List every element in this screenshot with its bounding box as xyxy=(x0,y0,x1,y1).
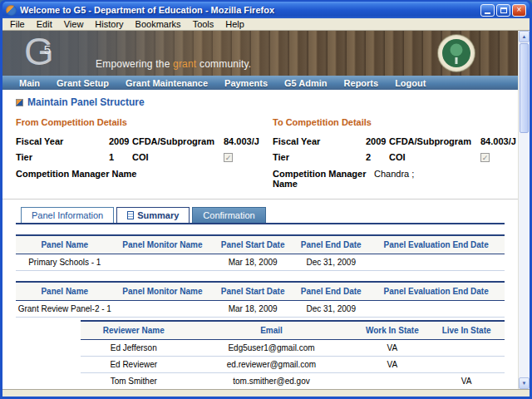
coi-label: COI xyxy=(389,152,480,162)
maximize-icon xyxy=(500,7,507,13)
menu-tools[interactable]: Tools xyxy=(187,19,220,29)
nav-payments[interactable]: Payments xyxy=(216,78,276,88)
header-row: Panel Name Panel Monitor Name Panel Star… xyxy=(16,235,505,254)
nav-grant-setup[interactable]: Grant Setup xyxy=(48,78,117,88)
tier-label: Tier xyxy=(273,152,366,162)
coi-checkbox[interactable]: ✓ xyxy=(224,153,233,162)
seal-tree-icon xyxy=(451,44,463,57)
reviewer-name-cell: Tom Smither xyxy=(81,373,187,390)
tab-summary[interactable]: Summary xyxy=(116,207,190,223)
email-cell: tom.smither@ed.gov xyxy=(187,373,357,390)
window-controls: × xyxy=(480,4,526,17)
column-header-start-date: Panel Start Date xyxy=(211,282,294,301)
scrollbar-track[interactable] xyxy=(519,42,530,377)
table-row: Ed Reviewer ed.reviewer@gmail.com VA xyxy=(81,357,505,373)
menu-file[interactable]: File xyxy=(4,19,31,29)
table-row: Grant Review Panel-2 - 1 Mar 18, 2009 De… xyxy=(16,301,505,318)
cfda-value: 84.003/J xyxy=(224,136,259,146)
scroll-down-button[interactable]: ▼ xyxy=(519,377,530,389)
cfda-value: 84.003/J xyxy=(480,136,516,146)
content-viewport: G 5 Empowering the grant community. Main… xyxy=(2,31,530,389)
panel-summary-table-2: Panel Name Panel Monitor Name Panel Star… xyxy=(16,281,505,318)
menu-bar: File Edit View History Bookmarks Tools H… xyxy=(2,18,530,31)
table-row: Tom Smither tom.smither@ed.gov VA xyxy=(81,373,505,390)
eval-end-date-cell xyxy=(367,254,505,271)
column-header-start-date: Panel Start Date xyxy=(211,235,294,254)
fiscal-year-value: 2009 xyxy=(366,136,389,146)
reviewer-name-cell: Ed Jefferson xyxy=(81,340,187,357)
tier-value: 1 xyxy=(109,152,132,162)
firefox-icon xyxy=(6,5,17,16)
table-row: Primary Schools - 1 Mar 18, 2009 Dec 31,… xyxy=(16,254,505,271)
main-nav-bar: Main Grant Setup Grant Maintenance Payme… xyxy=(2,76,518,90)
column-header-panel-monitor: Panel Monitor Name xyxy=(114,282,212,301)
browser-window: Welcome to G5 - Department of Education … xyxy=(0,0,532,399)
nav-reports[interactable]: Reports xyxy=(336,78,387,88)
email-cell: ed.reviewer@gmail.com xyxy=(187,357,357,373)
section-divider xyxy=(2,199,518,200)
start-date-cell: Mar 18, 2009 xyxy=(211,254,294,271)
column-header-end-date: Panel End Date xyxy=(294,235,367,254)
work-in-state-cell: VA xyxy=(357,340,429,357)
panel-structure-icon xyxy=(16,99,23,106)
coi-checkbox[interactable]: ✓ xyxy=(480,153,490,162)
menu-history[interactable]: History xyxy=(89,19,129,29)
panel-summary-table-1: Panel Name Panel Monitor Name Panel Star… xyxy=(16,234,505,271)
fiscal-year-label: Fiscal Year xyxy=(273,136,366,146)
scrollbar-thumb[interactable] xyxy=(520,43,529,133)
header-row: Reviewer Name Email Work In State Live I… xyxy=(81,321,505,340)
status-bar xyxy=(2,389,530,397)
tab-bar: Panel Information Summary Confirmation xyxy=(16,207,505,224)
column-header-email: Email xyxy=(187,321,357,340)
work-in-state-cell: VA xyxy=(357,357,429,373)
tier-label: Tier xyxy=(16,152,109,162)
fiscal-year-label: Fiscal Year xyxy=(16,136,109,146)
tagline-highlight: grant xyxy=(173,58,196,70)
close-button[interactable]: × xyxy=(512,4,526,17)
tab-label: Panel Information xyxy=(32,210,103,220)
table-row: Ed Jefferson Edg5user1@gmail.com VA xyxy=(81,340,505,357)
title-bar[interactable]: Welcome to G5 - Department of Education … xyxy=(2,2,530,18)
menu-view[interactable]: View xyxy=(58,19,90,29)
column-header-panel-name: Panel Name xyxy=(16,282,114,301)
maximize-button[interactable] xyxy=(496,4,510,17)
end-date-cell: Dec 31, 2009 xyxy=(294,254,367,271)
tab-label: Confirmation xyxy=(203,210,254,220)
column-header-panel-name: Panel Name xyxy=(16,235,114,254)
page-column: G 5 Empowering the grant community. Main… xyxy=(2,31,518,389)
from-details-grid: Fiscal Year 2009 CFDA/Subprogram 84.003/… xyxy=(16,136,248,162)
scroll-up-button[interactable]: ▲ xyxy=(519,31,530,42)
from-details-title: From Competition Details xyxy=(16,117,248,127)
vertical-scrollbar[interactable]: ▲ ▼ xyxy=(518,31,530,389)
column-header-panel-monitor: Panel Monitor Name xyxy=(114,235,212,254)
tab-confirmation[interactable]: Confirmation xyxy=(192,207,265,223)
page-title-row: Maintain Panel Structure xyxy=(16,96,505,108)
to-details-grid: Fiscal Year 2009 CFDA/Subprogram 84.003/… xyxy=(273,136,505,162)
column-header-work-in-state: Work In State xyxy=(357,321,429,340)
cfda-label: CFDA/Subprogram xyxy=(389,136,480,146)
tab-panel-information[interactable]: Panel Information xyxy=(21,207,114,223)
menu-edit[interactable]: Edit xyxy=(31,19,58,29)
g5-banner: G 5 Empowering the grant community. xyxy=(2,31,518,76)
nav-grant-maintenance[interactable]: Grant Maintenance xyxy=(117,78,216,88)
eval-end-date-cell xyxy=(367,301,505,318)
menu-bookmarks[interactable]: Bookmarks xyxy=(130,19,187,29)
cfda-label: CFDA/Subprogram xyxy=(132,136,224,146)
nav-main[interactable]: Main xyxy=(11,78,48,88)
from-manager-row: Competition Manager Name xyxy=(16,169,248,179)
menu-help[interactable]: Help xyxy=(219,19,250,29)
column-header-reviewer-name: Reviewer Name xyxy=(81,321,187,340)
nav-g5-admin[interactable]: G5 Admin xyxy=(276,78,336,88)
column-header-live-in-state: Live In State xyxy=(428,321,505,340)
live-in-state-cell: VA xyxy=(428,373,505,390)
panel-name-cell: Grant Review Panel-2 - 1 xyxy=(16,301,114,318)
fiscal-year-value: 2009 xyxy=(109,136,132,146)
column-header-eval-end-date: Panel Evaluation End Date xyxy=(367,235,505,254)
nav-logout[interactable]: Logout xyxy=(387,78,434,88)
g5-logo: G 5 xyxy=(24,31,51,72)
minimize-button[interactable] xyxy=(480,4,495,17)
seal-trunk-icon xyxy=(456,57,458,64)
to-details-title: To Competition Details xyxy=(273,117,505,127)
tab-label: Summary xyxy=(137,210,179,220)
tagline-post: community. xyxy=(196,58,251,70)
